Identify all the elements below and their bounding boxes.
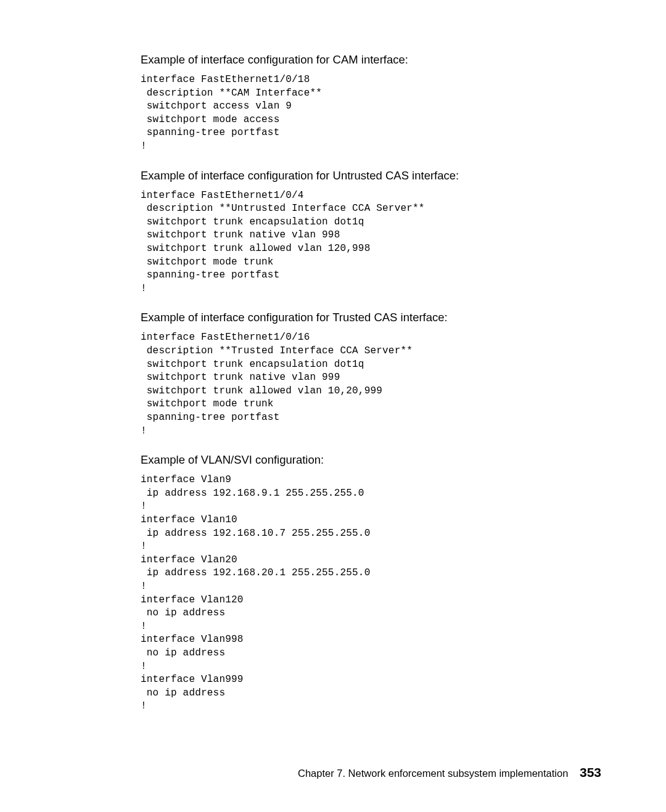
- section-trusted-cas: Example of interface configuration for T…: [141, 310, 666, 438]
- heading-untrusted-cas: Example of interface configuration for U…: [141, 168, 666, 183]
- code-cam: interface FastEthernet1/0/18 description…: [141, 73, 666, 154]
- section-cam-interface: Example of interface configuration for C…: [141, 52, 666, 154]
- chapter-label: Chapter 7. Network enforcement subsystem…: [298, 768, 568, 779]
- heading-vlan-svi: Example of VLAN/SVI configuration:: [141, 453, 666, 467]
- code-trusted-cas: interface FastEthernet1/0/16 description…: [141, 331, 666, 438]
- code-vlan-svi: interface Vlan9 ip address 192.168.9.1 2…: [141, 474, 666, 713]
- page-number: 353: [580, 765, 601, 779]
- heading-trusted-cas: Example of interface configuration for T…: [141, 310, 666, 325]
- code-untrusted-cas: interface FastEthernet1/0/4 description …: [141, 189, 666, 296]
- section-vlan-svi: Example of VLAN/SVI configuration: inter…: [141, 453, 666, 713]
- section-untrusted-cas: Example of interface configuration for U…: [141, 168, 666, 296]
- heading-cam: Example of interface configuration for C…: [141, 52, 666, 67]
- page-footer: Chapter 7. Network enforcement subsystem…: [298, 765, 601, 780]
